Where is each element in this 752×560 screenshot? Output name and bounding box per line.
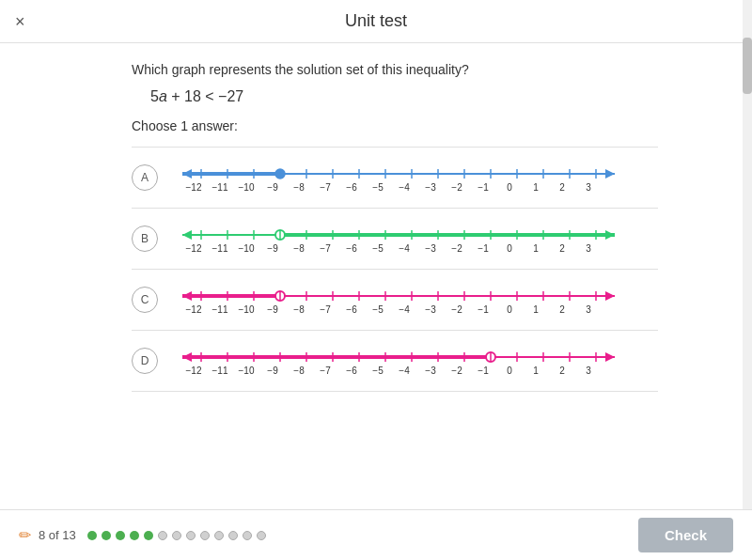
svg-text:−4: −4 xyxy=(399,243,410,254)
svg-text:3: 3 xyxy=(586,366,591,376)
svg-text:−7: −7 xyxy=(320,366,331,376)
svg-text:−3: −3 xyxy=(425,366,436,376)
svg-text:−2: −2 xyxy=(451,182,462,193)
svg-text:−10: −10 xyxy=(239,366,255,376)
nl-a-svg: −12 −11 −10 −9 −8 −7 −6 −5 −4 −3 −2 −1 0… xyxy=(173,161,624,194)
option-a[interactable]: A xyxy=(132,147,658,208)
option-d-circle: D xyxy=(132,348,158,374)
svg-text:−9: −9 xyxy=(267,182,278,193)
svg-text:−6: −6 xyxy=(346,182,357,193)
svg-text:−4: −4 xyxy=(399,182,410,193)
option-d-numberline: −12 −11 −10 −9 −8 −7 −6 −5 −4 −3 −2 −1 0… xyxy=(173,344,624,378)
svg-text:−5: −5 xyxy=(372,243,384,254)
svg-text:−7: −7 xyxy=(320,243,331,254)
header: × Unit test xyxy=(0,0,752,43)
svg-marker-76 xyxy=(605,291,615,301)
svg-text:2: 2 xyxy=(559,304,565,315)
svg-marker-38 xyxy=(182,230,192,240)
option-c-circle: C xyxy=(132,287,158,313)
svg-text:−12: −12 xyxy=(186,304,202,315)
page-title: Unit test xyxy=(345,11,407,31)
svg-text:−7: −7 xyxy=(320,182,331,193)
option-c[interactable]: C xyxy=(132,269,658,330)
dot-3 xyxy=(116,531,125,540)
dot-8 xyxy=(186,531,196,540)
svg-text:−9: −9 xyxy=(267,366,278,376)
check-button[interactable]: Check xyxy=(638,518,733,552)
svg-text:−1: −1 xyxy=(478,304,489,315)
svg-text:−1: −1 xyxy=(478,182,489,193)
main-content: Which graph represents the solution set … xyxy=(0,43,752,509)
svg-text:−2: −2 xyxy=(451,243,462,254)
svg-text:−7: −7 xyxy=(320,304,331,315)
progress-icon: ✏ xyxy=(19,526,31,544)
svg-text:0: 0 xyxy=(507,182,512,193)
svg-text:−2: −2 xyxy=(451,366,462,376)
svg-text:−5: −5 xyxy=(372,304,384,315)
svg-text:−2: −2 xyxy=(451,304,462,315)
svg-text:−3: −3 xyxy=(425,304,436,315)
svg-text:−6: −6 xyxy=(346,304,357,315)
dot-11 xyxy=(228,531,238,540)
svg-text:3: 3 xyxy=(586,182,591,193)
svg-text:−8: −8 xyxy=(293,366,305,376)
svg-text:−10: −10 xyxy=(239,182,255,193)
svg-text:−3: −3 xyxy=(425,182,436,193)
svg-text:0: 0 xyxy=(507,304,512,315)
dot-2 xyxy=(102,531,111,540)
option-b[interactable]: B xyxy=(132,208,658,269)
equation: 5a + 18 < −27 xyxy=(150,88,658,105)
nl-b-svg: −12 −11 −10 −9 −8 −7 −6 −5 −4 −3 −2 −1 0… xyxy=(173,222,624,256)
svg-text:1: 1 xyxy=(533,366,539,376)
svg-text:−3: −3 xyxy=(425,243,436,254)
svg-text:−4: −4 xyxy=(399,304,410,315)
svg-text:−4: −4 xyxy=(399,366,410,376)
svg-text:−5: −5 xyxy=(372,366,384,376)
close-button[interactable]: × xyxy=(15,11,25,31)
svg-text:3: 3 xyxy=(586,304,591,315)
svg-text:−12: −12 xyxy=(186,366,202,376)
svg-text:2: 2 xyxy=(559,243,565,254)
svg-text:−9: −9 xyxy=(267,243,278,254)
option-c-numberline: −12 −11 −10 −9 −8 −7 −6 −5 −4 −3 −2 −1 0… xyxy=(173,283,624,317)
option-a-numberline: −12 −11 −10 −9 −8 −7 −6 −5 −4 −3 −2 −1 0… xyxy=(173,161,624,194)
svg-text:−8: −8 xyxy=(293,182,305,193)
svg-text:−10: −10 xyxy=(239,243,255,254)
dot-13 xyxy=(257,531,266,540)
svg-text:−11: −11 xyxy=(212,366,228,376)
svg-text:0: 0 xyxy=(507,243,512,254)
option-b-circle: B xyxy=(132,226,158,252)
svg-text:3: 3 xyxy=(586,243,591,254)
svg-text:−11: −11 xyxy=(212,182,228,193)
svg-text:−8: −8 xyxy=(293,304,305,315)
dot-6 xyxy=(158,531,167,540)
progress-text: 8 of 13 xyxy=(39,528,76,542)
nl-c-svg: −12 −11 −10 −9 −8 −7 −6 −5 −4 −3 −2 −1 0… xyxy=(173,283,624,317)
nl-d-svg: −12 −11 −10 −9 −8 −7 −6 −5 −4 −3 −2 −1 0… xyxy=(173,344,624,378)
scrollbar-track[interactable] xyxy=(743,0,752,560)
svg-text:−12: −12 xyxy=(186,243,202,254)
svg-text:−8: −8 xyxy=(293,243,305,254)
dot-9 xyxy=(200,531,210,540)
option-d[interactable]: D xyxy=(132,330,658,392)
svg-text:−1: −1 xyxy=(478,366,489,376)
dot-5 xyxy=(144,531,153,540)
svg-text:−6: −6 xyxy=(346,243,357,254)
svg-text:−10: −10 xyxy=(239,304,255,315)
svg-marker-2 xyxy=(605,169,615,179)
option-b-numberline: −12 −11 −10 −9 −8 −7 −6 −5 −4 −3 −2 −1 0… xyxy=(173,222,624,256)
svg-text:2: 2 xyxy=(559,366,565,376)
dot-12 xyxy=(243,531,252,540)
svg-text:−11: −11 xyxy=(212,243,228,254)
svg-text:0: 0 xyxy=(507,366,512,376)
scrollbar-thumb[interactable] xyxy=(743,38,752,94)
svg-text:1: 1 xyxy=(533,182,539,193)
question-text: Which graph represents the solution set … xyxy=(132,62,658,77)
svg-text:−5: −5 xyxy=(372,182,384,193)
svg-text:−1: −1 xyxy=(478,243,489,254)
svg-marker-113 xyxy=(605,352,615,362)
dot-1 xyxy=(87,531,97,540)
svg-text:2: 2 xyxy=(559,182,565,193)
svg-text:−12: −12 xyxy=(186,182,202,193)
dot-10 xyxy=(214,531,224,540)
